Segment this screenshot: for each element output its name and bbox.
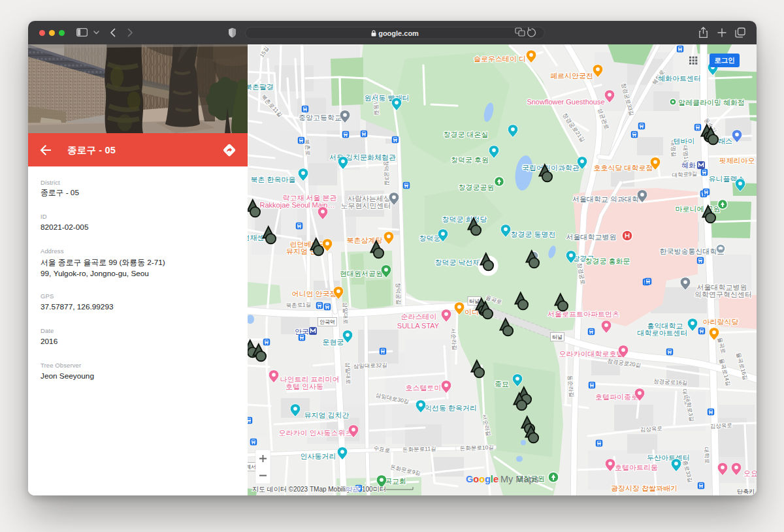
svg-text:순라스테이: 순라스테이 — [401, 313, 437, 321]
svg-text:창덕궁 낙선재: 창덕궁 낙선재 — [434, 258, 480, 266]
svg-text:중앙고등학교: 중앙고등학교 — [299, 114, 342, 121]
svg-text:익선동 한옥거리: 익선동 한옥거리 — [425, 404, 477, 412]
svg-text:Google: Google — [466, 474, 498, 484]
svg-text:서울대학교병원: 서울대학교병원 — [566, 233, 617, 241]
svg-text:현대원서공원: 현대원서공원 — [340, 270, 383, 277]
svg-text:알레클라이밍 혜화점: 알레클라이밍 혜화점 — [678, 99, 745, 106]
svg-text:지도 데이터 ©2023 TMap Mobility: 지도 데이터 ©2023 TMap Mobility — [252, 486, 350, 493]
svg-text:북촌팔경: 북촌팔경 — [248, 83, 274, 91]
svg-text:계서: 계서 — [248, 464, 256, 470]
svg-text:창덕궁3길: 창덕궁3길 — [383, 160, 390, 185]
svg-text:의학연구혁신센터: 의학연구혁신센터 — [694, 290, 752, 298]
svg-text:터널: 터널 — [552, 334, 563, 340]
svg-text:창덕궁: 창덕궁 — [419, 234, 441, 242]
svg-text:국립어린이과학관: 국립어린이과학관 — [522, 164, 580, 172]
svg-text:오요: 오요 — [743, 469, 757, 477]
svg-text:로그인: 로그인 — [714, 56, 735, 64]
svg-text:삼일대로: 삼일대로 — [342, 302, 349, 324]
svg-text:종묘: 종묘 — [495, 380, 509, 388]
svg-text:노무현시민센터: 노무현시민센터 — [341, 202, 391, 210]
svg-text:삼일대로: 삼일대로 — [344, 362, 351, 384]
svg-text:래스: 래스 — [718, 137, 732, 145]
svg-text:창경궁 동명전: 창경궁 동명전 — [510, 230, 555, 238]
svg-text:삼일대로32길: 삼일대로32길 — [353, 362, 387, 369]
svg-text:창덕궁길: 창덕궁길 — [395, 283, 402, 305]
svg-text:터널: 터널 — [469, 298, 480, 304]
svg-text:창경궁공원: 창경궁공원 — [459, 183, 495, 191]
svg-text:페르시안궁전: 페르시안궁전 — [550, 72, 593, 80]
svg-text:돈화문로10길: 돈화문로10길 — [460, 444, 494, 452]
svg-text:텐바이: 텐바이 — [674, 137, 695, 145]
svg-text:슬로우스테이 디: 슬로우스테이 디 — [474, 55, 526, 63]
svg-text:SULLA STAY: SULLA STAY — [397, 322, 440, 330]
svg-text:돈화문로11길: 돈화문로11길 — [402, 445, 436, 453]
svg-text:안국역: 안국역 — [319, 319, 335, 325]
svg-text:마로니에 공원: 마로니에 공원 — [675, 205, 720, 213]
svg-text:핏제리아오: 핏제리아오 — [719, 157, 755, 164]
svg-text:대학로아트센터: 대학로아트센터 — [638, 329, 688, 337]
svg-text:서울대학교 의과대학: 서울대학교 의과대학 — [572, 195, 639, 203]
svg-text:단축키: 단축키 — [737, 488, 755, 495]
svg-text:선재센: 선재센 — [248, 234, 265, 242]
svg-text:원서동 빨래터: 원서동 빨래터 — [364, 94, 409, 102]
svg-text:호텔파이종로: 호텔파이종로 — [595, 393, 638, 401]
svg-text:창경궁 홍화문: 창경궁 홍화문 — [585, 257, 630, 265]
svg-text:뮤지엄 김치간: 뮤지엄 김치간 — [304, 411, 349, 419]
svg-text:서울로프트아파트먼츠: 서울로프트아파트먼츠 — [547, 310, 619, 318]
svg-text:My Maps: My Maps — [500, 474, 539, 484]
svg-text:북촌 한옥마을: 북촌 한옥마을 — [250, 176, 295, 183]
svg-text:어니언 안국점: 어니언 안국점 — [291, 290, 336, 298]
svg-text:아리랑식당: 아리랑식당 — [703, 318, 739, 326]
svg-text:운현궁: 운현궁 — [323, 338, 344, 346]
svg-text:인사동거리: 인사동거리 — [301, 452, 336, 460]
svg-text:한국방송통신대학교: 한국방송통신대학교 — [660, 247, 725, 255]
svg-text:오라카이 인사동스위츠: 오라카이 인사동스위츠 — [278, 429, 352, 437]
svg-text:약관: 약관 — [346, 486, 359, 493]
svg-text:창덕궁 희정당: 창덕궁 희정당 — [442, 215, 487, 223]
svg-text:창경궁 대온실: 창경궁 대온실 — [443, 131, 488, 138]
svg-text:호텔아트리움: 호텔아트리움 — [615, 463, 658, 471]
svg-text:혜화: 혜화 — [681, 161, 696, 169]
svg-text:광장시장 찹쌀꽈배기: 광장시장 찹쌀꽈배기 — [611, 484, 678, 492]
svg-text:창덕궁 후원: 창덕궁 후원 — [451, 156, 489, 164]
svg-text:Snowflower Guesthouse: Snowflower Guesthouse — [527, 98, 604, 106]
svg-text:북촌로1길: 북촌로1길 — [286, 301, 311, 309]
svg-text:호텔 인사동: 호텔 인사동 — [286, 383, 323, 390]
svg-text:혜화아트센터: 혜화아트센터 — [658, 74, 701, 82]
svg-text:호스텔토미: 호스텔토미 — [406, 384, 442, 392]
svg-text:호호식당 대학로점: 호호식당 대학로점 — [593, 164, 653, 172]
svg-text:두산아트센터: 두산아트센터 — [647, 454, 690, 462]
svg-text:100미터: 100미터 — [362, 486, 386, 493]
svg-text:오라카이대학로호텔: 오라카이대학로호텔 — [559, 350, 624, 358]
